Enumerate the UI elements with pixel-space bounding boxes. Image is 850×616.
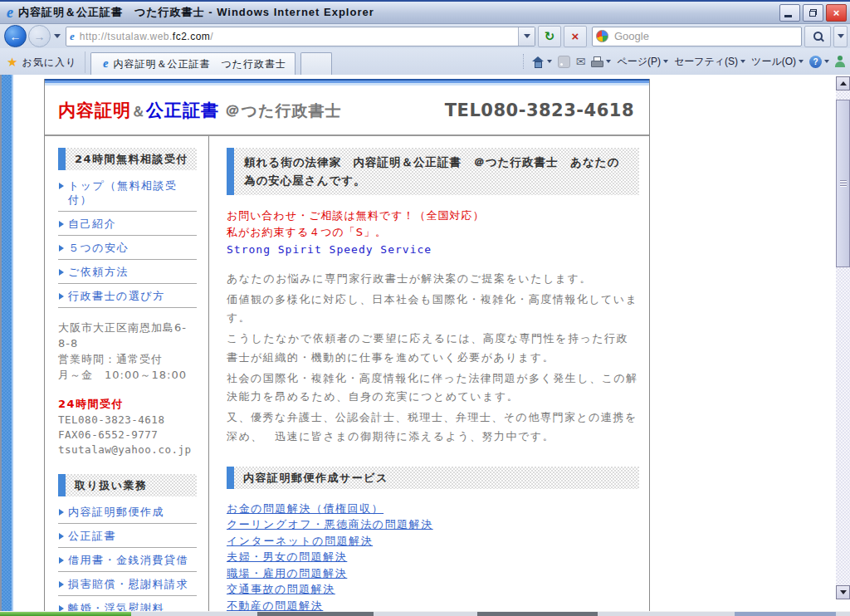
sidebar-item-damages[interactable]: 損害賠償・慰謝料請求 — [58, 572, 197, 596]
sidebar-menu-services: 内容証明郵便作成 公正証書 借用書・金銭消費貸借 損害賠償・慰謝料請求 離婚・浮… — [58, 500, 197, 612]
chevron-down-icon — [740, 60, 745, 63]
page-background-strip — [2, 75, 13, 612]
arrow-right-icon — [59, 509, 64, 516]
restore-button[interactable] — [803, 4, 823, 22]
vertical-scrollbar[interactable] — [836, 76, 850, 599]
list-item: 夫婦・男女の問題解決 — [227, 549, 639, 565]
site-body: 24時間無料相談受付 トップ（無料相談受付） 自己紹介 ５つの安心 ご依頼方法 … — [45, 136, 649, 612]
window-title: 内容証明＆公正証書 つた行政書士 - Windows Internet Expl… — [18, 5, 374, 20]
menu-tools[interactable]: ツール(O) — [751, 55, 804, 69]
search-options-dropdown[interactable] — [833, 26, 848, 47]
sidebar-item-profile[interactable]: 自己紹介 — [58, 212, 197, 236]
sidebar-item-choosing[interactable]: 行政書士の選び方 — [58, 284, 197, 308]
person-icon — [835, 56, 845, 67]
chevron-down-icon — [606, 60, 611, 63]
scroll-down-button[interactable] — [836, 585, 850, 599]
menu-page[interactable]: ページ(P) — [617, 55, 668, 69]
site-title-suffix: ＠つた行政書士 — [225, 101, 342, 120]
new-tab-button[interactable] — [300, 52, 332, 75]
home-button[interactable] — [532, 56, 552, 67]
refresh-icon: ↻ — [545, 30, 555, 42]
sidebar-item-top[interactable]: トップ（無料相談受付） — [58, 174, 197, 212]
link-cooling-off[interactable]: クーリングオフ・悪徳商法の問題解決 — [227, 518, 433, 530]
list-item: インターネットの問題解決 — [227, 533, 639, 550]
menu-tools-label: ツール(O) — [751, 55, 796, 69]
sidebar-item-naiyoshomei[interactable]: 内容証明郵便作成 — [58, 500, 197, 524]
forward-button[interactable]: → — [28, 25, 51, 47]
sidebar-section-services: 取り扱い業務 — [58, 474, 197, 496]
site-header: 内容証明＆公正証書 ＠つた行政書士 TEL080-3823-4618 — [45, 86, 649, 136]
minimize-button[interactable] — [779, 4, 800, 22]
ie-logo-icon: e — [7, 5, 13, 20]
back-button[interactable]: ← — [4, 25, 27, 47]
link-couples[interactable]: 夫婦・男女の問題解決 — [227, 550, 347, 563]
sidebar-item-loan-docs[interactable]: 借用書・金銭消費貸借 — [58, 548, 197, 572]
menu-page-label: ページ(P) — [617, 55, 661, 69]
paragraph: 又、優秀な弁護士、公認会計士、税理士、弁理士、その他専門家との連携を深め、 迅速… — [227, 408, 639, 447]
progress-indicator — [0, 612, 131, 616]
always-open-label: 24時間受付 — [58, 397, 197, 413]
service-section-heading: 内容証明郵便作成サービス — [227, 467, 639, 489]
link-workplace[interactable]: 職場・雇用の問題解決 — [227, 567, 347, 579]
scroll-up-button[interactable] — [836, 76, 850, 90]
list-item: 交通事故の問題解決 — [227, 581, 639, 598]
recent-pages-dropdown-icon[interactable] — [54, 34, 61, 38]
link-traffic-accident[interactable]: 交通事故の問題解決 — [227, 583, 335, 595]
favorites-button[interactable]: ★ お気に入り — [0, 51, 85, 73]
help-button[interactable]: ? — [809, 56, 829, 68]
site-title: 内容証明＆公正証書 ＠つた行政書士 — [58, 99, 341, 122]
list-item: お金の問題解決（債権回収） — [227, 501, 639, 517]
search-button[interactable] — [804, 26, 831, 47]
print-icon — [591, 56, 603, 66]
sidebar: 24時間無料相談受付 トップ（無料相談受付） 自己紹介 ５つの安心 ご依頼方法 … — [45, 136, 209, 612]
sidebar-item-how-to-request[interactable]: ご依頼方法 — [58, 260, 197, 284]
search-box[interactable] — [592, 27, 802, 46]
mail-icon: ✉ — [576, 55, 586, 68]
arrow-right-icon — [59, 293, 64, 300]
favorites-star-icon: ★ — [7, 55, 17, 70]
link-money-problems[interactable]: お金の問題解決（債権回収） — [227, 502, 383, 515]
sidebar-menu-consult: トップ（無料相談受付） 自己紹介 ５つの安心 ご依頼方法 行政書士の選び方 — [58, 174, 197, 308]
chevron-down-icon — [824, 60, 829, 63]
search-input[interactable] — [613, 29, 798, 43]
rss-icon — [558, 56, 570, 68]
sidebar-item-divorce[interactable]: 離婚・浮気慰謝料 — [58, 596, 197, 612]
menu-safety[interactable]: セーフティ(S) — [674, 55, 745, 69]
link-real-estate[interactable]: 不動産の問題解決 — [227, 599, 323, 612]
minimize-icon — [784, 15, 792, 17]
messenger-button[interactable] — [835, 56, 845, 67]
arrow-right-icon — [59, 557, 64, 564]
list-item: 不動産の問題解決 — [227, 598, 639, 612]
feeds-button[interactable] — [558, 56, 570, 68]
print-button[interactable] — [591, 56, 611, 66]
arrow-right-icon — [59, 269, 64, 276]
list-item: 職場・雇用の問題解決 — [227, 565, 639, 582]
chevron-down-icon — [838, 34, 844, 38]
free-consultation-line: お問い合わせ・ご相談は無料です！（全国対応） — [227, 208, 639, 225]
link-internet[interactable]: インターネットの問題解決 — [227, 535, 373, 547]
office-address: 大阪市大正区南恩加島6- 8-8 営業時間：通常受付 月～金 10:00～18:… — [58, 320, 197, 383]
separator — [523, 54, 525, 69]
address-dropdown-button[interactable] — [518, 27, 535, 46]
intro-notice: お問い合わせ・ご相談は無料です！（全国対応） 私がお約束する４つの「S」。 St… — [227, 208, 639, 259]
tab-title: 内容証明＆公正証書 つた行政書士 — [114, 57, 287, 71]
sidebar-item-koseishosho[interactable]: 公正証書 — [58, 524, 197, 548]
google-icon — [596, 30, 608, 42]
title-bar[interactable]: e 内容証明＆公正証書 つた行政書士 - Windows Internet Ex… — [0, 2, 850, 24]
browser-window: e 内容証明＆公正証書 つた行政書士 - Windows Internet Ex… — [0, 0, 850, 616]
sidebar-item-five-assurances[interactable]: ５つの安心 — [58, 236, 197, 260]
read-mail-button[interactable]: ✉ — [576, 55, 586, 68]
stop-button[interactable]: × — [564, 26, 587, 47]
tab-current[interactable]: e 内容証明＆公正証書 つた行政書士 — [90, 52, 296, 75]
scrollbar-thumb[interactable] — [836, 100, 850, 267]
status-bar — [0, 611, 850, 616]
help-icon: ? — [809, 56, 822, 68]
close-button[interactable]: × — [826, 4, 847, 22]
site-top-gradient — [45, 79, 649, 86]
paragraph: あなたのお悩みに専門家行政書士が解決案のご提案をいたします。 — [227, 270, 639, 289]
refresh-button[interactable]: ↻ — [538, 26, 561, 47]
site-title-red: 内容証明 — [58, 100, 131, 120]
url-text[interactable]: http://tsutalaw.web.fc2.com/ — [80, 31, 213, 42]
paragraph: こうしたなかで依頼者のご要望に応えるには、高度な専門性を持った行政書士が組織的・… — [227, 330, 639, 368]
address-bar[interactable]: e http://tsutalaw.web.fc2.com/ — [66, 27, 535, 46]
